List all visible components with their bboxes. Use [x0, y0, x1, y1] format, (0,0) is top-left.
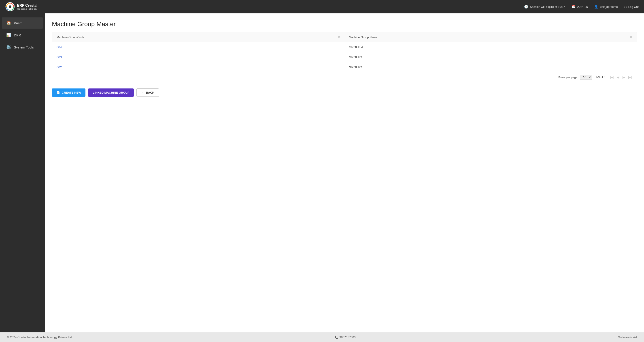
- action-buttons: 📄 CREATE NEW LINKED MACHINE GROUP ← BACK: [52, 88, 637, 104]
- linked-label: LINKED MACHINE GROUP: [92, 91, 129, 94]
- app-name: ERP Crystal: [17, 3, 38, 7]
- chart-icon: 📊: [6, 33, 11, 37]
- table-row: 004 GROUP 4: [52, 42, 636, 52]
- gear-icon: ⚙️: [6, 45, 11, 50]
- copyright: © 2024 Crystal Information Technology Pr…: [7, 336, 72, 339]
- session-info: 🕐 Session will expire at 19:17: [524, 5, 565, 9]
- logo-icon: [5, 2, 15, 11]
- sidebar-label-dpr: DPR: [14, 33, 21, 37]
- table-row: 003 GROUP3: [52, 52, 636, 62]
- page-info: 1-3 of 3: [596, 75, 605, 79]
- table-header: Machine Group Code ▽ Machine Group Name …: [52, 32, 636, 42]
- code-link[interactable]: 002: [56, 65, 62, 69]
- create-new-label: CREATE NEW: [62, 91, 81, 94]
- user-icon: 👤: [594, 5, 598, 9]
- logout-icon: ⬚: [624, 5, 627, 8]
- first-page-button[interactable]: |◀: [609, 75, 615, 80]
- session-text: Session will expire at 19:17: [530, 5, 565, 8]
- svg-point-1: [9, 5, 12, 8]
- rows-per-page: Rows per page: 5102550: [558, 75, 592, 80]
- prev-page-button[interactable]: ◀: [616, 75, 620, 80]
- clock-icon: 🕐: [524, 5, 528, 9]
- page-navigation: |◀ ◀ ▶ ▶|: [609, 75, 633, 80]
- cell-name: GROUP3: [344, 52, 637, 62]
- cell-name: GROUP 4: [344, 42, 637, 52]
- phone-number: 9867357300: [339, 336, 356, 339]
- phone-icon: 📞: [334, 336, 338, 339]
- rows-per-page-label: Rows per page:: [558, 75, 578, 79]
- year-info: 📅 2024-25: [572, 5, 588, 9]
- back-arrow-icon: ←: [141, 91, 144, 94]
- home-icon: 🏠: [6, 20, 11, 25]
- col-name-label: Machine Group Name: [349, 35, 377, 39]
- main-content: Machine Group Master Machine Group Code …: [45, 13, 644, 333]
- cell-code: 004: [52, 42, 344, 52]
- main-layout: 🏠 Prism 📊 DPR ⚙️ System Tools Machine Gr…: [0, 13, 644, 333]
- footer: © 2024 Crystal Information Technology Pr…: [0, 333, 644, 342]
- logout-label: Log Out: [628, 5, 639, 8]
- rows-per-page-select[interactable]: 5102550: [580, 75, 592, 80]
- code-link[interactable]: 003: [56, 55, 62, 59]
- calendar-icon: 📅: [572, 5, 576, 9]
- linked-machine-group-button[interactable]: LINKED MACHINE GROUP: [88, 88, 134, 97]
- next-page-button[interactable]: ▶: [622, 75, 626, 80]
- sidebar: 🏠 Prism 📊 DPR ⚙️ System Tools: [0, 13, 45, 333]
- last-page-button[interactable]: ▶|: [627, 75, 633, 80]
- col-code: Machine Group Code ▽: [52, 32, 344, 42]
- logout-button[interactable]: ⬚ Log Out: [624, 5, 639, 8]
- username: udit_dprdemo: [600, 5, 618, 8]
- table-body: 004 GROUP 4 003 GROUP3 002 GROUP2: [52, 42, 636, 72]
- app-header: ERP Crystal the best is yet to be.. 🕐 Se…: [0, 0, 644, 13]
- col-name: Machine Group Name ▽: [344, 32, 637, 42]
- col-code-label: Machine Group Code: [56, 35, 84, 39]
- back-button[interactable]: ← BACK: [136, 88, 159, 97]
- code-link[interactable]: 004: [56, 45, 62, 49]
- data-table: Machine Group Code ▽ Machine Group Name …: [52, 32, 636, 72]
- app-tagline: the best is yet to be..: [17, 7, 38, 10]
- logo: ERP Crystal the best is yet to be..: [5, 2, 38, 11]
- header-right: 🕐 Session will expire at 19:17 📅 2024-25…: [524, 5, 639, 9]
- logo-text: ERP Crystal the best is yet to be..: [17, 3, 38, 10]
- sidebar-label-system-tools: System Tools: [14, 45, 34, 49]
- create-new-button[interactable]: 📄 CREATE NEW: [52, 88, 86, 97]
- sidebar-item-dpr[interactable]: 📊 DPR: [2, 29, 43, 41]
- sidebar-item-prism[interactable]: 🏠 Prism: [2, 17, 43, 29]
- sidebar-item-system-tools[interactable]: ⚙️ System Tools: [2, 41, 43, 53]
- header-row: Machine Group Code ▽ Machine Group Name …: [52, 32, 636, 42]
- cell-code: 003: [52, 52, 344, 62]
- footer-contact: 📞 9867357300: [334, 336, 356, 339]
- cell-name: GROUP2: [344, 62, 637, 72]
- user-info: 👤 udit_dprdemo: [594, 5, 618, 9]
- page-title: Machine Group Master: [52, 20, 637, 28]
- filter-name-icon[interactable]: ▽: [630, 35, 632, 39]
- pagination-bar: Rows per page: 5102550 1-3 of 3 |◀ ◀ ▶ ▶…: [52, 72, 636, 82]
- footer-tagline: Software is Art: [618, 336, 637, 339]
- filter-code-icon[interactable]: ▽: [338, 35, 340, 39]
- create-icon: 📄: [56, 91, 60, 94]
- table-row: 002 GROUP2: [52, 62, 636, 72]
- back-label: BACK: [146, 91, 154, 94]
- machine-group-table: Machine Group Code ▽ Machine Group Name …: [52, 32, 637, 82]
- sidebar-label-prism: Prism: [14, 21, 22, 25]
- year-text: 2024-25: [577, 5, 588, 8]
- cell-code: 002: [52, 62, 344, 72]
